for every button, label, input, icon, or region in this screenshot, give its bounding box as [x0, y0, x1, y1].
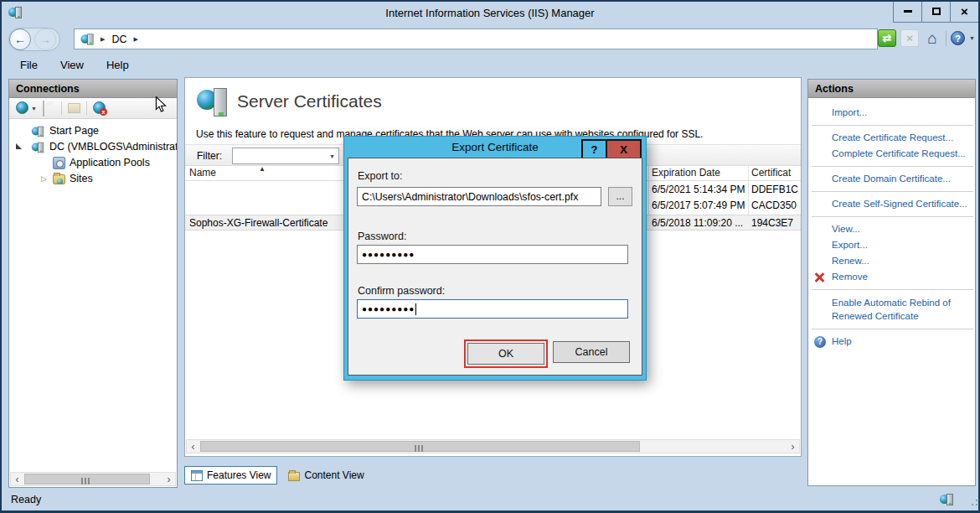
action-export[interactable]: Export... — [808, 237, 975, 253]
toolbar-separator — [946, 31, 946, 46]
menu-file[interactable]: File — [20, 59, 38, 71]
sort-ascending-icon: ▲ — [259, 165, 266, 173]
connections-tree: Start Page DC (VMBLOGS\Administrator App… — [9, 119, 177, 187]
confirm-password-input[interactable]: ●●●●●●●●● — [357, 299, 628, 319]
resize-grip[interactable] — [972, 504, 973, 505]
actions-panel: Actions Import... Create Certificate Req… — [807, 79, 976, 486]
export-to-label: Export to: — [358, 170, 403, 182]
menu-view[interactable]: View — [60, 59, 84, 71]
action-renew[interactable]: Renew... — [808, 253, 975, 269]
column-header-expiration[interactable]: Expiration Date — [652, 167, 720, 179]
stop-button-disabled: × — [900, 29, 919, 47]
action-enable-automatic-rebind[interactable]: Enable Automatic Rebind of Renewed Certi… — [808, 294, 975, 324]
action-import[interactable]: Import... — [808, 105, 975, 121]
help-icon: ? — [955, 34, 961, 44]
home-button[interactable]: ⌂ — [923, 29, 941, 47]
iis-status-icon — [940, 493, 953, 506]
export-certificate-dialog: Export Certificate ? X Export to: C:\Use… — [343, 136, 647, 381]
server-node-icon — [80, 33, 93, 45]
save-connections-icon — [43, 101, 44, 117]
restart-icon: ⇄ — [883, 32, 892, 44]
breadcrumb-arrow-icon: ▶ — [133, 36, 137, 43]
cancel-button[interactable]: Cancel — [553, 341, 630, 363]
text-caret — [415, 303, 416, 315]
status-bar: Ready — [2, 490, 978, 510]
actions-header: Actions — [808, 80, 975, 98]
action-create-certificate-request[interactable]: Create Certificate Request... — [808, 130, 975, 146]
scrollbar-thumb[interactable] — [200, 441, 640, 452]
breadcrumb-server[interactable]: DC — [111, 34, 126, 45]
actions-divider — [812, 216, 973, 217]
main-horizontal-scrollbar[interactable]: ‹ › — [186, 439, 800, 453]
tab-features-view[interactable]: Features View — [184, 466, 277, 484]
connections-header: Connections — [9, 80, 177, 98]
tree-item-server-dc[interactable]: DC (VMBLOGS\Administrator — [9, 139, 177, 155]
disconnect-icon[interactable]: x — [93, 101, 106, 114]
navigation-bar: ← → ▶ DC ▶ ⇄ × ⌂ ? ▼ — [2, 25, 978, 54]
up-level-icon — [68, 103, 80, 113]
connection-dropdown-icon[interactable]: ▼ — [31, 106, 37, 111]
tree-item-start-page[interactable]: Start Page — [9, 123, 177, 139]
scroll-left-arrow[interactable]: ‹ — [11, 473, 23, 485]
back-button[interactable]: ← — [9, 28, 31, 50]
password-label: Password: — [358, 231, 406, 242]
minimize-button[interactable] — [893, 1, 922, 23]
password-input[interactable]: ●●●●●●●●● — [357, 245, 628, 264]
toolbar-separator — [61, 101, 62, 115]
restart-button[interactable]: ⇄ — [878, 29, 896, 47]
tree-item-application-pools[interactable]: Application Pools — [9, 155, 177, 171]
action-create-self-signed-certificate[interactable]: Create Self-Signed Certificate... — [808, 196, 975, 212]
tree-item-sites[interactable]: ▷ Sites — [9, 171, 177, 187]
actions-divider — [812, 125, 973, 126]
features-view-icon — [191, 470, 203, 481]
forward-icon: → — [39, 33, 51, 46]
browse-button[interactable]: ... — [608, 187, 632, 206]
toolbar-separator — [86, 101, 87, 115]
help-button[interactable]: ? — [951, 31, 965, 45]
remove-x-icon — [814, 272, 825, 282]
actions-divider — [812, 166, 973, 167]
scroll-right-arrow[interactable]: › — [787, 440, 799, 453]
server-certificates-icon — [197, 86, 227, 120]
tab-content-view[interactable]: Content View — [282, 466, 369, 484]
column-header-certificate[interactable]: Certificat — [751, 167, 791, 179]
filter-combobox[interactable]: ▼ — [232, 148, 339, 164]
nav-button-group: ← → — [8, 28, 60, 51]
stop-icon: × — [906, 32, 913, 44]
column-header-name[interactable]: Name — [189, 167, 216, 179]
close-icon: × — [961, 8, 968, 16]
scroll-right-arrow[interactable]: › — [162, 473, 175, 485]
view-tabs: Features View Content View — [184, 465, 370, 485]
dialog-help-button[interactable]: ? — [581, 139, 607, 159]
ok-button-highlight: OK — [464, 339, 548, 368]
forward-button[interactable]: → — [34, 28, 56, 50]
minimize-icon — [904, 10, 912, 13]
action-help[interactable]: ?Help — [808, 334, 975, 350]
address-toolbar: ⇄ × ⌂ ? ▼ — [878, 29, 975, 47]
ok-button[interactable]: OK — [467, 343, 544, 365]
action-remove[interactable]: Remove — [808, 269, 975, 285]
action-complete-certificate-request[interactable]: Complete Certificate Request... — [808, 146, 975, 162]
content-view-icon — [288, 472, 300, 481]
maximize-icon — [932, 8, 941, 15]
dialog-close-button[interactable]: X — [607, 139, 642, 159]
address-breadcrumb-bar[interactable]: ▶ DC ▶ — [74, 28, 878, 49]
disconnect-x-badge: x — [100, 108, 107, 116]
scroll-left-arrow[interactable]: ‹ — [187, 440, 199, 453]
close-button[interactable]: × — [950, 1, 979, 23]
create-connection-icon[interactable] — [16, 101, 28, 114]
maximize-button[interactable] — [921, 1, 951, 23]
server-icon — [31, 141, 44, 153]
help-dropdown-icon[interactable]: ▼ — [969, 35, 975, 41]
connections-panel: Connections ▼ x Start Page DC (VMBLOGS\A… — [8, 79, 178, 488]
scrollbar-thumb[interactable] — [24, 474, 150, 484]
scrollbar-grip — [81, 478, 93, 484]
expanded-arrow-icon[interactable] — [16, 143, 22, 149]
iis-manager-window: Internet Information Services (IIS) Mana… — [0, 0, 980, 513]
connections-horizontal-scrollbar[interactable]: ‹ › — [10, 472, 176, 486]
action-create-domain-certificate[interactable]: Create Domain Certificate... — [808, 171, 975, 187]
export-path-input[interactable]: C:\Users\Administrator\Downloads\sfos-ce… — [357, 187, 601, 206]
action-view[interactable]: View... — [808, 221, 975, 237]
menu-help[interactable]: Help — [106, 59, 129, 71]
menu-bar: File View Help — [2, 53, 978, 76]
